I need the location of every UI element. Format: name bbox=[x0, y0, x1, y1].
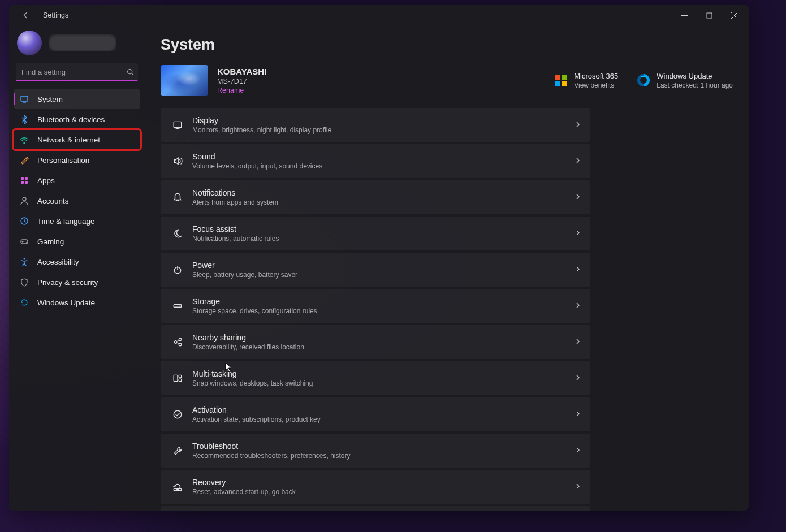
settings-card-recovery[interactable]: RecoveryReset, advanced start-up, go bac… bbox=[161, 470, 590, 504]
sidebar-item-label: Accessibility bbox=[37, 258, 79, 266]
settings-card-troubleshoot[interactable]: TroubleshootRecommended troubleshooters,… bbox=[161, 434, 590, 468]
svg-point-25 bbox=[180, 305, 181, 306]
sidebar-item-accessibility[interactable]: Accessibility bbox=[14, 252, 140, 271]
search-input[interactable] bbox=[16, 68, 122, 76]
chevron-right-icon bbox=[575, 373, 581, 383]
svg-point-28 bbox=[179, 343, 182, 346]
sidebar-item-label: Accounts bbox=[37, 197, 69, 205]
minimize-icon bbox=[681, 12, 688, 19]
apps-icon bbox=[19, 175, 29, 185]
sidebar-item-apps[interactable]: Apps bbox=[14, 171, 140, 190]
sidebar-item-gaming[interactable]: Gaming bbox=[14, 232, 140, 251]
card-description: Notifications, automatic rules bbox=[192, 235, 575, 243]
svg-point-17 bbox=[25, 241, 26, 242]
svg-point-26 bbox=[174, 341, 177, 344]
settings-card-projecting-to-this-pc[interactable]: Projecting to this PCPermissions, pairin… bbox=[161, 506, 590, 511]
card-title: Nearby sharing bbox=[192, 333, 575, 342]
storage-icon bbox=[170, 301, 185, 311]
sound-icon bbox=[170, 156, 185, 166]
svg-point-34 bbox=[174, 410, 182, 418]
back-button[interactable] bbox=[16, 5, 36, 25]
display-icon bbox=[170, 120, 185, 130]
sidebar-item-personalisation[interactable]: Personalisation bbox=[14, 150, 140, 170]
settings-card-display[interactable]: DisplayMonitors, brightness, night light… bbox=[161, 108, 590, 142]
settings-card-list: DisplayMonitors, brightness, night light… bbox=[161, 108, 590, 511]
settings-card-notifications[interactable]: NotificationsAlerts from apps and system bbox=[161, 180, 590, 214]
svg-rect-33 bbox=[179, 379, 182, 382]
card-description: Snap windows, desktops, task switching bbox=[192, 379, 575, 387]
settings-card-storage[interactable]: StorageStorage space, drives, configurat… bbox=[161, 289, 590, 323]
user-account-row[interactable] bbox=[14, 26, 140, 61]
chevron-right-icon bbox=[575, 337, 581, 347]
sidebar: SystemBluetooth & devicesNetwork & inter… bbox=[9, 26, 145, 511]
card-description: Alerts from apps and system bbox=[192, 198, 575, 206]
titlebar: Settings bbox=[9, 5, 749, 26]
sidebar-item-label: Network & internet bbox=[37, 136, 100, 144]
sidebar-item-system[interactable]: System bbox=[14, 89, 140, 109]
card-title: Activation bbox=[192, 405, 575, 414]
user-info bbox=[49, 34, 116, 51]
settings-card-power[interactable]: PowerSleep, battery usage, battery saver bbox=[161, 253, 590, 287]
device-model: MS-7D17 bbox=[217, 77, 266, 85]
card-title: Focus assist bbox=[192, 224, 575, 233]
brush-icon bbox=[19, 155, 29, 165]
sidebar-item-accounts[interactable]: Accounts bbox=[14, 191, 140, 210]
settings-card-multi-tasking[interactable]: Multi-taskingSnap windows, desktops, tas… bbox=[161, 361, 590, 395]
card-title: Multi-tasking bbox=[192, 369, 575, 378]
avatar bbox=[17, 31, 42, 55]
svg-line-29 bbox=[177, 340, 179, 341]
wifi-icon bbox=[19, 135, 29, 145]
card-description: Volume levels, output, input, sound devi… bbox=[192, 162, 575, 170]
rename-link[interactable]: Rename bbox=[217, 86, 266, 94]
shield-icon bbox=[19, 277, 29, 287]
sidebar-item-network-internet[interactable]: Network & internet bbox=[14, 130, 140, 149]
chevron-right-icon bbox=[575, 156, 581, 166]
recovery-icon bbox=[170, 482, 185, 492]
titlebar-title: Settings bbox=[43, 11, 68, 19]
settings-card-activation[interactable]: ActivationActivation state, subscription… bbox=[161, 397, 590, 431]
update-icon bbox=[19, 297, 29, 308]
microsoft-365-title: Microsoft 365 bbox=[574, 72, 618, 80]
chevron-right-icon bbox=[575, 228, 581, 239]
svg-rect-20 bbox=[174, 122, 182, 127]
device-thumbnail bbox=[161, 65, 208, 96]
chevron-right-icon bbox=[575, 192, 581, 202]
sidebar-item-windows-update[interactable]: Windows Update bbox=[14, 293, 140, 312]
settings-card-sound[interactable]: SoundVolume levels, output, input, sound… bbox=[161, 144, 590, 178]
windows-update-tile[interactable]: Windows Update Last checked: 1 hour ago bbox=[637, 72, 733, 89]
sidebar-item-label: Bluetooth & devices bbox=[37, 115, 105, 124]
svg-line-5 bbox=[131, 73, 133, 75]
windows-update-sub: Last checked: 1 hour ago bbox=[657, 81, 733, 89]
card-title: Sound bbox=[192, 152, 575, 161]
card-description: Sleep, battery usage, battery saver bbox=[192, 271, 575, 279]
gamepad-icon bbox=[19, 236, 29, 246]
sidebar-item-privacy-security[interactable]: Privacy & security bbox=[14, 273, 140, 292]
search-box[interactable] bbox=[16, 63, 138, 81]
chevron-right-icon bbox=[575, 409, 581, 419]
card-description: Reset, advanced start-up, go back bbox=[192, 488, 575, 496]
settings-card-focus-assist[interactable]: Focus assistNotifications, automatic rul… bbox=[161, 217, 590, 250]
svg-rect-1 bbox=[707, 13, 712, 18]
sidebar-item-bluetooth-devices[interactable]: Bluetooth & devices bbox=[14, 110, 140, 129]
maximize-button[interactable] bbox=[697, 7, 722, 24]
accessibility-icon bbox=[19, 257, 29, 267]
maximize-icon bbox=[706, 12, 712, 19]
moon-icon bbox=[170, 228, 185, 239]
wrench-icon bbox=[170, 446, 185, 456]
card-description: Activation state, subscriptions, product… bbox=[192, 416, 575, 423]
settings-card-nearby-sharing[interactable]: Nearby sharingDiscoverability, received … bbox=[161, 325, 590, 359]
microsoft-365-tile[interactable]: Microsoft 365 View benefits bbox=[555, 72, 618, 89]
chevron-right-icon bbox=[575, 301, 581, 311]
sidebar-item-label: Gaming bbox=[37, 237, 64, 246]
svg-rect-9 bbox=[25, 177, 28, 180]
chevron-right-icon bbox=[575, 446, 581, 456]
sidebar-item-time-language[interactable]: Time & language bbox=[14, 211, 140, 231]
card-description: Monitors, brightness, night light, displ… bbox=[192, 126, 575, 134]
svg-point-4 bbox=[127, 69, 132, 73]
microsoft-365-icon bbox=[555, 74, 567, 86]
display-icon bbox=[19, 94, 29, 104]
minimize-button[interactable] bbox=[672, 7, 697, 24]
device-name: KOBAYASHI bbox=[217, 67, 266, 76]
close-button[interactable] bbox=[722, 7, 746, 24]
svg-rect-8 bbox=[21, 177, 24, 180]
